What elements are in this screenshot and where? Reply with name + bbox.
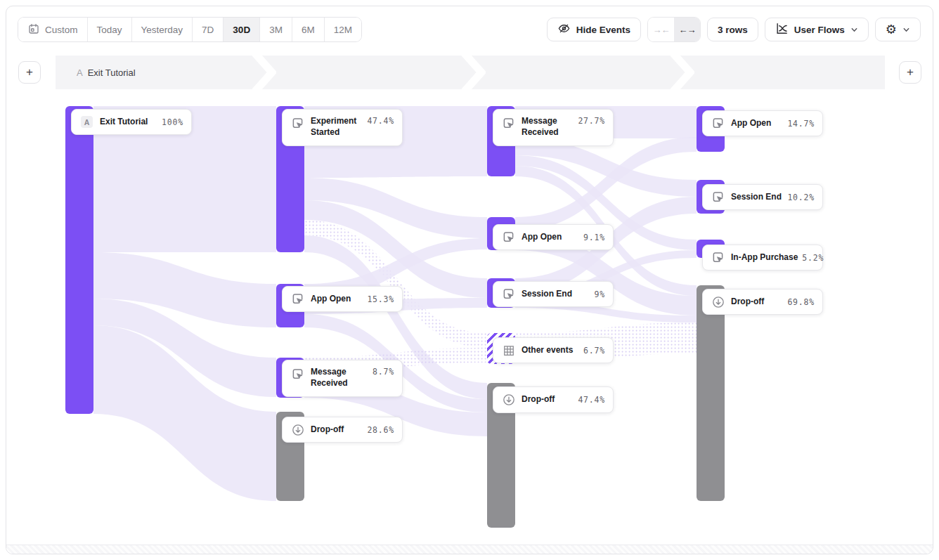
flow-node-card[interactable]: App Open14.7% (702, 110, 823, 136)
date-range-6m[interactable]: 6M (292, 18, 324, 41)
date-range-30d[interactable]: 30D (223, 18, 259, 41)
node-value: 14.7% (783, 119, 815, 129)
flow-node-bar[interactable] (65, 106, 93, 414)
node-label: Experiment Started (311, 116, 363, 138)
gear-icon: ⚙ (886, 23, 897, 36)
date-range-label: 7D (202, 25, 214, 35)
hide-events-button[interactable]: Hide Events (547, 18, 641, 41)
plus-icon: + (907, 65, 914, 79)
flow-node-card[interactable]: Other events6.7% (493, 337, 614, 363)
node-value: 9% (590, 289, 605, 299)
node-label: Session End (522, 289, 572, 300)
event-icon (711, 250, 725, 265)
date-range-label: Yesterday (141, 25, 183, 35)
flow-chart-icon (775, 22, 789, 37)
expand-columns-button[interactable]: ←→ (674, 18, 700, 41)
node-label: App Open (311, 294, 351, 305)
flow-node-card[interactable]: App Open15.3% (282, 286, 403, 312)
dropoff-icon (711, 294, 725, 309)
toolbar: CustomTodayYesterday7D30D3M6M12M Hide Ev… (18, 18, 921, 41)
node-value: 9.1% (579, 233, 605, 242)
flow-node-bar[interactable] (697, 285, 725, 501)
date-range-7d[interactable]: 7D (192, 18, 223, 41)
node-value: 15.3% (363, 294, 394, 304)
date-range-custom[interactable]: Custom (18, 18, 87, 41)
dropoff-icon (290, 422, 305, 437)
event-icon (711, 116, 725, 131)
step-label: A Exit Tutorial (77, 56, 136, 89)
date-range-label: Today (97, 25, 122, 35)
date-range-label: 6M (302, 25, 315, 35)
date-range-today[interactable]: Today (87, 18, 131, 41)
settings-dropdown[interactable]: ⚙ (875, 18, 921, 41)
node-value: 69.8% (783, 297, 815, 307)
step-badge: A (77, 67, 83, 78)
node-label: Session End (731, 192, 782, 203)
date-range-label: Custom (45, 25, 78, 35)
node-value: 47.4% (574, 395, 605, 405)
node-label: Drop-off (522, 394, 555, 405)
hide-events-label: Hide Events (576, 25, 630, 35)
flow-node-card[interactable]: Drop-off47.4% (493, 386, 614, 413)
letter-badge: A (79, 115, 94, 129)
event-icon (501, 116, 516, 131)
collapse-columns-button[interactable]: →← (648, 18, 674, 41)
event-icon (501, 287, 516, 301)
node-value: 28.6% (363, 425, 394, 435)
flow-node-card[interactable]: AExit Tutorial100% (71, 109, 192, 135)
rows-label: 3 rows (718, 25, 748, 35)
date-range-12m[interactable]: 12M (324, 18, 361, 41)
node-label: Message Received (522, 116, 574, 138)
node-label: Drop-off (731, 297, 764, 308)
flow-node-card[interactable]: Drop-off69.8% (702, 289, 823, 315)
dropoff-icon (501, 393, 516, 408)
event-icon (290, 292, 305, 306)
chevron-down-icon (850, 26, 858, 34)
node-value: 6.7% (579, 346, 605, 356)
event-icon (290, 367, 305, 382)
expand-arrows-icon: ←→ (679, 25, 696, 35)
node-label: Exit Tutorial (100, 117, 148, 128)
date-range-label: 3M (269, 25, 283, 35)
flow-node-card[interactable]: Session End10.2% (702, 184, 823, 210)
node-value: 27.7% (574, 116, 605, 126)
collapse-arrows-icon: →← (653, 25, 670, 35)
user-flows-dropdown[interactable]: User Flows (765, 18, 869, 41)
step-name: Exit Tutorial (88, 67, 136, 78)
node-label: App Open (731, 118, 771, 129)
add-step-button-left[interactable]: + (18, 61, 41, 84)
calendar-icon (27, 22, 40, 37)
node-label: App Open (522, 232, 562, 243)
node-value: 8.7% (368, 367, 394, 377)
node-label: In-App Purchase (731, 252, 798, 263)
node-value: 10.2% (783, 193, 815, 202)
step-header-band: A Exit Tutorial (56, 56, 885, 89)
flow-node-card[interactable]: App Open9.1% (493, 224, 614, 250)
date-range-group: CustomTodayYesterday7D30D3M6M12M (18, 17, 362, 42)
node-value: 47.4% (363, 116, 394, 126)
flow-node-card[interactable]: Session End9% (493, 281, 614, 307)
flow-node-card[interactable]: Drop-off28.6% (282, 417, 403, 443)
flow-node-card[interactable]: Experiment Started47.4% (282, 109, 403, 146)
rows-button[interactable]: 3 rows (707, 18, 758, 41)
date-range-yesterday[interactable]: Yesterday (131, 18, 193, 41)
node-label: Drop-off (311, 424, 344, 436)
event-icon (290, 116, 305, 131)
add-step-button-right[interactable]: + (899, 61, 921, 84)
flow-node-card[interactable]: Message Received8.7% (282, 360, 403, 397)
flow-node-card[interactable]: Message Received27.7% (493, 109, 614, 146)
grid-icon (501, 343, 516, 358)
date-range-label: 12M (334, 25, 352, 35)
flow-node-card[interactable]: In-App Purchase5.2% (702, 245, 823, 271)
band-chevron (460, 56, 486, 89)
date-range-3m[interactable]: 3M (259, 18, 292, 41)
node-label: Other events (522, 345, 573, 356)
plus-icon: + (26, 65, 33, 79)
band-chevron (251, 56, 276, 89)
user-flows-panel: AExit Tutorial100%Experiment Started47.4… (6, 6, 933, 554)
node-value: 100% (157, 117, 183, 127)
collapse-expand-toggle: →← ←→ (647, 17, 701, 42)
event-icon (711, 190, 725, 204)
node-value: 5.2% (798, 253, 824, 263)
chevron-down-icon (902, 26, 910, 34)
